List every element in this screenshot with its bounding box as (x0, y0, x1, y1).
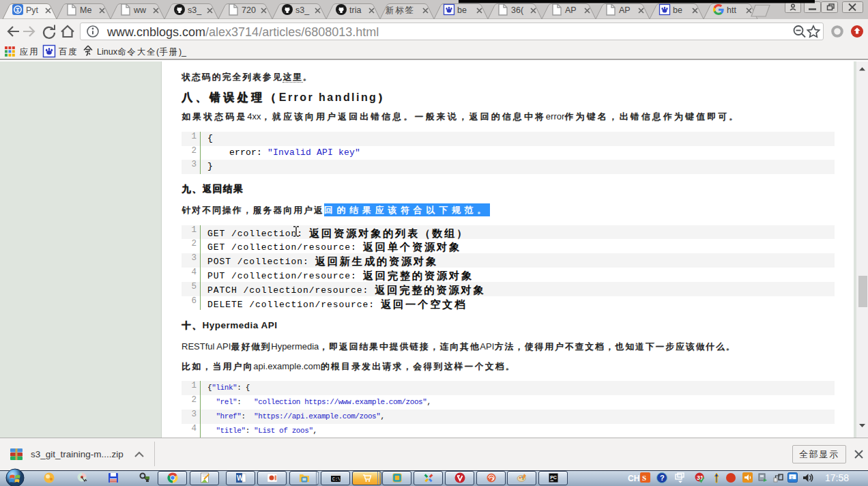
svg-text:AP: AP (619, 5, 631, 15)
svg-text:?: ? (660, 474, 665, 482)
svg-text:关: 关 (790, 475, 794, 480)
svg-text:新标签: 新标签 (386, 5, 415, 15)
svg-text:be: be (673, 5, 682, 15)
svg-text:htt: htt (727, 5, 736, 15)
svg-text:ww: ww (133, 5, 147, 15)
svg-text:Me: Me (80, 5, 91, 15)
svg-text:tria: tria (349, 5, 361, 15)
svg-text:PC: PC (550, 475, 557, 480)
svg-text:s3_: s3_ (188, 5, 202, 15)
svg-text:C:\: C:\ (332, 477, 341, 482)
svg-text:W: W (237, 474, 244, 482)
svg-text:Pyt: Pyt (26, 5, 39, 15)
svg-text:AP: AP (565, 5, 577, 15)
svg-text:be: be (457, 5, 467, 15)
svg-text:36(: 36( (511, 5, 524, 15)
svg-text:s3_: s3_ (295, 5, 310, 15)
svg-text:720: 720 (242, 5, 256, 15)
svg-text:S: S (642, 474, 646, 482)
